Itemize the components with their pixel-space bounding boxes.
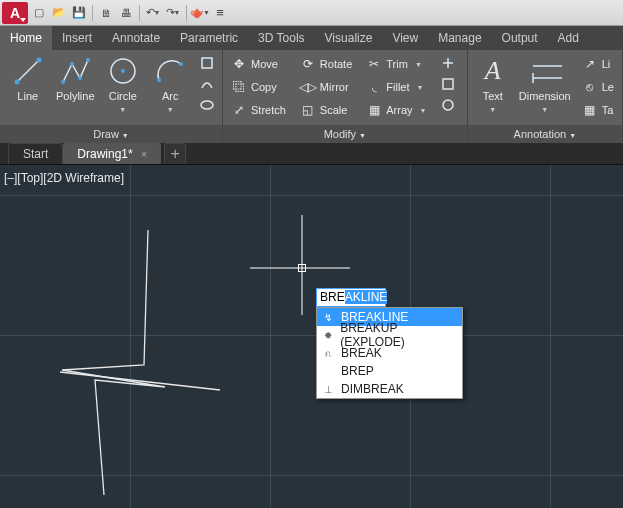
autocomplete-item-dimbreak[interactable]: ⊥ DIMBREAK: [317, 380, 462, 398]
close-icon[interactable]: ×: [141, 148, 147, 160]
chevron-down-icon: ▼: [569, 132, 576, 139]
svg-point-14: [443, 100, 453, 110]
qat-separator: [139, 5, 140, 21]
ribbon: Line Polyline Circle ▼ Arc ▼ Draw▼: [0, 50, 623, 143]
chevron-down-icon: ▼: [122, 132, 129, 139]
explode-icon: ✸: [321, 328, 334, 342]
autocomplete-item-brep[interactable]: BREP: [317, 362, 462, 380]
chevron-down-icon: ▼: [541, 104, 548, 116]
dynamic-input[interactable]: BREAKLINE: [316, 288, 386, 307]
panel-modify: ✥Move ⿻Copy ⤢Stretch ⟳Rotate ◁▷Mirror ◱S…: [223, 50, 468, 143]
qat-save[interactable]: 💾: [70, 4, 88, 22]
ribbon-tab-visualize[interactable]: Visualize: [315, 26, 383, 50]
dimension-button[interactable]: Dimension ▼: [516, 54, 574, 116]
qat-customize[interactable]: ≡: [211, 4, 229, 22]
circle-label: Circle: [109, 90, 137, 102]
ribbon-tab-addins[interactable]: Add: [548, 26, 589, 50]
draw-mini-1[interactable]: [198, 54, 216, 72]
drawing-canvas[interactable]: [–][Top][2D Wireframe] BREAKLINE ↯ BREAK…: [0, 165, 623, 508]
line-button[interactable]: Line: [6, 54, 50, 102]
modify-mini-1[interactable]: [439, 54, 457, 72]
qat-new[interactable]: ▢: [30, 4, 48, 22]
command-typed: BRE: [320, 290, 345, 304]
ribbon-tab-manage[interactable]: Manage: [428, 26, 491, 50]
fillet-button[interactable]: ◟Fillet▼: [364, 77, 428, 97]
svg-point-5: [78, 76, 82, 80]
tab-start[interactable]: Start: [8, 143, 63, 164]
array-button[interactable]: ▦Array▼: [364, 100, 428, 120]
chevron-down-icon: ▼: [415, 61, 422, 68]
mleader-button[interactable]: ⎋Le: [580, 77, 616, 97]
trim-icon: ✂: [366, 56, 382, 72]
arc-icon: [153, 54, 187, 88]
fillet-icon: ◟: [366, 79, 382, 95]
svg-rect-13: [443, 79, 453, 89]
polyline-label: Polyline: [56, 90, 95, 102]
panel-annotation-title[interactable]: Annotation▼: [468, 125, 622, 143]
ribbon-tab-parametric[interactable]: Parametric: [170, 26, 248, 50]
text-button[interactable]: A Text ▼: [474, 54, 512, 116]
tab-label: Drawing1*: [77, 147, 132, 161]
quick-access-toolbar: ▢ 📂 💾 🗎 🖶 ↶▼ ↷▼ 🫖▼ ≡: [30, 4, 229, 22]
arc-button[interactable]: Arc ▼: [149, 54, 193, 116]
qat-saveas[interactable]: 🗎: [97, 4, 115, 22]
qat-open[interactable]: 📂: [50, 4, 68, 22]
line-label: Line: [17, 90, 38, 102]
ribbon-tab-insert[interactable]: Insert: [52, 26, 102, 50]
mirror-button[interactable]: ◁▷Mirror: [298, 77, 354, 97]
trim-button[interactable]: ✂Trim▼: [364, 54, 428, 74]
command-input[interactable]: BREAKLINE: [316, 288, 386, 307]
dimension-icon: [528, 54, 562, 88]
text-icon: A: [476, 54, 510, 88]
qat-plot[interactable]: 🫖▼: [191, 4, 209, 22]
circle-button[interactable]: Circle ▼: [101, 54, 145, 116]
chevron-down-icon: ▼: [119, 104, 126, 116]
dimension-label: Dimension: [519, 90, 571, 102]
rotate-button[interactable]: ⟳Rotate: [298, 54, 354, 74]
svg-point-4: [70, 62, 74, 66]
scale-button[interactable]: ◱Scale: [298, 100, 354, 120]
blank-icon: [321, 364, 335, 378]
chevron-down-icon: ▼: [489, 104, 496, 116]
add-tab-button[interactable]: +: [164, 143, 186, 164]
panel-modify-title[interactable]: Modify▼: [223, 125, 467, 143]
ribbon-tab-view[interactable]: View: [382, 26, 428, 50]
qat-print[interactable]: 🖶: [117, 4, 135, 22]
ribbon-tab-output[interactable]: Output: [492, 26, 548, 50]
leader-button[interactable]: ↗Li: [580, 54, 616, 74]
tab-drawing1[interactable]: Drawing1* ×: [63, 143, 162, 164]
file-tab-strip: Start Drawing1* × +: [0, 143, 623, 165]
modify-mini-3[interactable]: [439, 96, 457, 114]
app-menu-button[interactable]: A: [2, 2, 28, 24]
svg-point-2: [36, 58, 41, 63]
chevron-down-icon: ▼: [167, 104, 174, 116]
breakline-icon: ↯: [321, 310, 335, 324]
autocomplete-item-breakup[interactable]: ✸ BREAKUP (EXPLODE): [317, 326, 462, 344]
draw-mini-3[interactable]: [198, 96, 216, 114]
rotate-icon: ⟳: [300, 56, 316, 72]
mleader-icon: ⎋: [582, 79, 598, 95]
stretch-button[interactable]: ⤢Stretch: [229, 100, 288, 120]
table-button[interactable]: ▦Ta: [580, 100, 616, 120]
svg-point-8: [121, 69, 125, 73]
copy-button[interactable]: ⿻Copy: [229, 77, 288, 97]
mirror-icon: ◁▷: [300, 79, 316, 95]
svg-point-6: [86, 58, 90, 62]
qat-separator: [186, 5, 187, 21]
ribbon-tab-3dtools[interactable]: 3D Tools: [248, 26, 314, 50]
qat-redo[interactable]: ↷▼: [164, 4, 182, 22]
panel-draw-title[interactable]: Draw▼: [0, 125, 222, 143]
autocomplete-label: DIMBREAK: [341, 382, 404, 396]
ribbon-tab-home[interactable]: Home: [0, 26, 52, 50]
qat-undo[interactable]: ↶▼: [144, 4, 162, 22]
panel-draw: Line Polyline Circle ▼ Arc ▼ Draw▼: [0, 50, 223, 143]
command-completion: AKLINE: [345, 290, 388, 304]
move-button[interactable]: ✥Move: [229, 54, 288, 74]
draw-mini-2[interactable]: [198, 75, 216, 93]
copy-icon: ⿻: [231, 79, 247, 95]
chevron-down-icon: ▼: [420, 107, 427, 114]
ribbon-tab-annotate[interactable]: Annotate: [102, 26, 170, 50]
polyline-button[interactable]: Polyline: [54, 54, 98, 102]
svg-rect-11: [202, 58, 212, 68]
modify-mini-2[interactable]: [439, 75, 457, 93]
